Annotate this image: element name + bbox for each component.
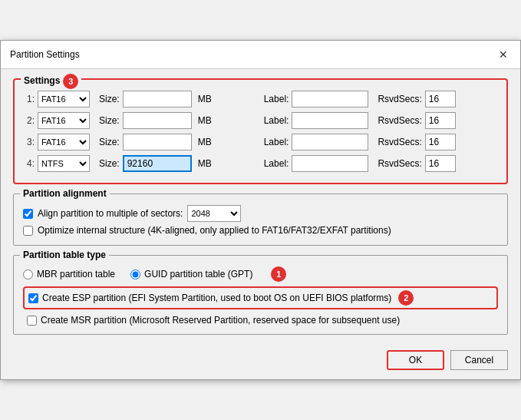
partition-alignment-group: Partition alignment Align partition to m…	[13, 193, 508, 246]
fs-select-1[interactable]: FAT16FAT32NTFSEXFAT	[38, 91, 90, 107]
settings-badge: 3	[63, 74, 78, 89]
gpt-radio-label: GUID partition table (GPT)	[130, 269, 252, 279]
settings-row-1: 1: FAT16FAT32NTFSEXFAT Size: MB Label: R…	[24, 91, 497, 107]
align-row-1: Align partition to multiple of sectors: …	[23, 205, 498, 222]
rsvd-input-3[interactable]	[425, 134, 456, 150]
title-bar: Partition Settings ✕	[1, 41, 520, 69]
mb-label-2: MB	[198, 115, 212, 126]
button-row: OK Cancel	[13, 344, 508, 370]
fs-select-3[interactable]: FAT16FAT32NTFSEXFAT	[38, 134, 90, 150]
fs-select-4[interactable]: FAT16FAT32NTFSEXFAT	[38, 155, 90, 172]
gpt-badge: 1	[271, 266, 286, 282]
dialog-body: Settings3 1: FAT16FAT32NTFSEXFAT Size: M…	[1, 69, 520, 379]
settings-row-3: 3: FAT16FAT32NTFSEXFAT Size: MB Label: R…	[24, 134, 497, 150]
close-button[interactable]: ✕	[496, 47, 511, 62]
mb-label-4: MB	[198, 158, 212, 169]
label-input-1[interactable]	[292, 91, 368, 107]
partition-table-type-group: Partition table type MBR partition table…	[13, 255, 508, 335]
mb-label-3: MB	[198, 137, 212, 147]
row-num-3: 3:	[24, 137, 35, 147]
esp-badge: 2	[398, 290, 414, 306]
rsvd-input-1[interactable]	[425, 91, 456, 107]
optimize-checkbox-label: Optimize internal structure (4K-aligned,…	[38, 225, 391, 236]
msr-checkbox[interactable]	[27, 316, 37, 326]
partition-type-radio-row: MBR partition table GUID partition table…	[23, 266, 498, 282]
align-row-2: Optimize internal structure (4K-aligned,…	[23, 225, 498, 236]
label-label-1: Label:	[264, 94, 289, 104]
size-input-2[interactable]	[123, 112, 192, 129]
size-input-1[interactable]	[123, 91, 192, 107]
settings-row-2: 2: FAT16FAT32NTFSEXFAT Size: MB Label: R…	[24, 112, 497, 129]
row-num-2: 2:	[24, 115, 35, 126]
settings-group: Settings3 1: FAT16FAT32NTFSEXFAT Size: M…	[13, 78, 508, 184]
gpt-radio[interactable]	[130, 270, 140, 279]
msr-row: Create MSR partition (Microsoft Reserved…	[23, 313, 498, 328]
optimize-checkbox[interactable]	[23, 226, 33, 236]
ok-button[interactable]: OK	[387, 350, 444, 370]
align-checkbox[interactable]	[23, 209, 33, 219]
fs-select-2[interactable]: FAT16FAT32NTFSEXFAT	[38, 112, 90, 129]
partition-table-content: MBR partition table GUID partition table…	[23, 266, 498, 328]
partition-settings-dialog: Partition Settings ✕ Settings3 1: FAT16F…	[0, 40, 521, 380]
esp-label-text: Create ESP partition (EFI System Partiti…	[42, 293, 391, 303]
msr-checkbox-label: Create MSR partition (Microsoft Reserved…	[27, 315, 494, 326]
rsvd-label-3: RsvdSecs:	[378, 137, 421, 147]
mbr-radio-label: MBR partition table	[23, 269, 115, 279]
cancel-button[interactable]: Cancel	[450, 350, 508, 370]
settings-group-title: Settings3	[21, 74, 81, 89]
msr-label-text: Create MSR partition (Microsoft Reserved…	[41, 315, 400, 326]
size-input-3[interactable]	[123, 134, 192, 150]
rsvd-label-2: RsvdSecs:	[378, 115, 421, 126]
size-label-1: Size:	[99, 94, 120, 104]
mb-label-1: MB	[198, 94, 212, 104]
row-num-4: 4:	[24, 158, 35, 169]
rsvd-label-1: RsvdSecs:	[378, 94, 421, 104]
mbr-label-text: MBR partition table	[37, 269, 115, 279]
settings-rows: 1: FAT16FAT32NTFSEXFAT Size: MB Label: R…	[24, 91, 497, 172]
esp-checkbox[interactable]	[28, 293, 38, 303]
alignment-content: Align partition to multiple of sectors: …	[23, 205, 498, 236]
row-num-1: 1:	[24, 94, 35, 104]
size-label-3: Size:	[99, 137, 120, 147]
align-checkbox-label: Align partition to multiple of sectors:	[38, 208, 183, 219]
label-label-4: Label:	[264, 158, 289, 169]
label-input-4[interactable]	[292, 155, 368, 172]
esp-checkbox-label: Create ESP partition (EFI System Partiti…	[28, 290, 493, 306]
settings-row-4: 4: FAT16FAT32NTFSEXFAT Size: MB Label: R…	[24, 155, 497, 172]
rsvd-input-2[interactable]	[425, 112, 456, 129]
size-input-4[interactable]	[123, 155, 192, 172]
rsvd-label-4: RsvdSecs:	[378, 158, 421, 169]
size-label-4: Size:	[99, 158, 120, 169]
partition-alignment-title: Partition alignment	[20, 188, 110, 199]
dialog-title: Partition Settings	[10, 49, 80, 60]
rsvd-input-4[interactable]	[425, 155, 456, 172]
label-input-3[interactable]	[292, 134, 368, 150]
partition-table-title: Partition table type	[20, 250, 109, 260]
align-sectors-select[interactable]: 512102420484096	[187, 205, 241, 222]
esp-row: Create ESP partition (EFI System Partiti…	[23, 286, 498, 309]
mbr-radio[interactable]	[23, 270, 33, 279]
gpt-label-text: GUID partition table (GPT)	[144, 269, 252, 279]
size-label-2: Size:	[99, 115, 120, 126]
label-label-3: Label:	[264, 137, 289, 147]
label-input-2[interactable]	[292, 112, 368, 129]
label-label-2: Label:	[264, 115, 289, 126]
